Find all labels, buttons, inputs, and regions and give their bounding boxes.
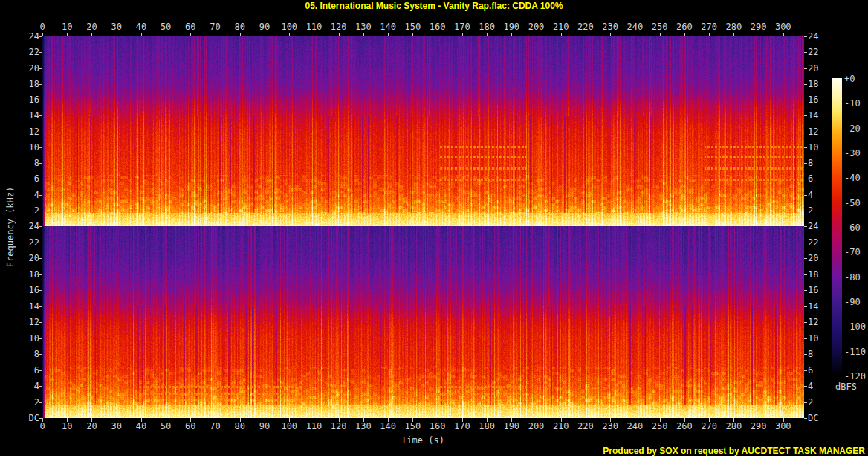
colorbar-tick-label: -70 xyxy=(844,248,861,257)
time-tick-mark-top xyxy=(388,33,389,36)
time-tick-mark-top xyxy=(660,33,661,36)
time-tick-label-top: 100 xyxy=(281,22,297,31)
time-tick-label-top: 260 xyxy=(676,22,693,31)
time-tick-mark-bottom xyxy=(511,418,512,422)
freq-tick-label-left: 24 xyxy=(29,222,39,231)
time-tick-mark-top xyxy=(610,33,611,36)
freq-tick-label-left: 8 xyxy=(34,350,39,359)
freq-tick-mark-left xyxy=(39,354,42,355)
freq-tick-label-left: 10 xyxy=(29,334,39,343)
time-tick-label-bottom: 130 xyxy=(355,422,372,431)
time-tick-mark-bottom xyxy=(759,418,760,422)
freq-tick-label-left: 6 xyxy=(34,366,39,375)
time-tick-label-top: 60 xyxy=(185,22,195,31)
freq-tick-mark-left xyxy=(39,195,42,196)
freq-tick-mark-left xyxy=(39,68,42,69)
freq-tick-mark-left xyxy=(39,386,42,387)
time-tick-mark-top xyxy=(265,33,265,36)
freq-tick-mark-left xyxy=(39,147,42,148)
freq-tick-mark-right xyxy=(804,418,807,419)
freq-tick-mark-right xyxy=(804,386,807,387)
time-tick-label-top: 0 xyxy=(39,22,45,31)
time-tick-label-bottom: 260 xyxy=(676,422,693,431)
freq-tick-mark-right xyxy=(804,402,807,403)
freq-tick-mark-left xyxy=(39,211,42,211)
time-tick-label-top: 270 xyxy=(701,22,717,31)
freq-tick-mark-left xyxy=(39,290,42,291)
freq-tick-mark-left xyxy=(39,100,42,100)
freq-tick-mark-left xyxy=(39,36,42,37)
freq-tick-label-left: 2 xyxy=(34,206,39,215)
time-tick-label-top: 110 xyxy=(306,22,323,31)
freq-tick-label-right: 14 xyxy=(808,302,818,311)
time-tick-label-bottom: 290 xyxy=(751,422,767,431)
time-tick-mark-bottom xyxy=(240,418,241,422)
time-tick-label-bottom: 120 xyxy=(331,422,347,431)
time-tick-label-top: 280 xyxy=(725,22,742,31)
time-tick-label-top: 250 xyxy=(652,22,668,31)
freq-tick-mark-right xyxy=(804,258,807,259)
time-tick-mark-top xyxy=(511,33,512,36)
freq-tick-label-right: 8 xyxy=(808,350,813,359)
freq-tick-label-left: 20 xyxy=(29,254,39,263)
freq-tick-label-right: 20 xyxy=(808,64,818,73)
freq-tick-mark-left xyxy=(39,306,42,307)
time-tick-mark-bottom xyxy=(438,418,438,422)
freq-tick-label-left: 4 xyxy=(34,190,39,199)
freq-tick-label-left: 4 xyxy=(34,382,39,391)
time-tick-mark-bottom xyxy=(339,418,340,422)
colorbar-tick-label: -50 xyxy=(844,199,861,208)
freq-tick-label-right: 6 xyxy=(808,174,813,183)
colorbar-tick-label: -120 xyxy=(844,372,866,381)
freq-tick-mark-right xyxy=(804,132,807,132)
freq-tick-mark-left xyxy=(39,322,42,323)
time-tick-mark-bottom xyxy=(561,418,562,422)
time-tick-mark-top xyxy=(709,33,710,36)
freq-tick-mark-left xyxy=(39,338,42,339)
time-tick-label-bottom: 10 xyxy=(62,422,72,431)
time-tick-mark-bottom xyxy=(141,418,142,422)
colorbar-tick-label: -40 xyxy=(844,173,861,182)
freq-tick-mark-right xyxy=(804,195,807,196)
time-tick-label-bottom: 70 xyxy=(210,422,220,431)
time-tick-label-top: 230 xyxy=(602,22,618,31)
freq-tick-label-right: 14 xyxy=(808,111,818,120)
time-tick-label-bottom: 210 xyxy=(553,422,569,431)
freq-tick-label-right: 2 xyxy=(808,206,813,215)
time-tick-mark-top xyxy=(783,33,784,36)
colorbar-units: dBFS xyxy=(835,382,857,392)
time-tick-label-top: 80 xyxy=(235,22,245,31)
time-tick-label-bottom: 270 xyxy=(701,422,717,431)
time-tick-label-top: 220 xyxy=(577,22,594,31)
freq-tick-mark-left xyxy=(39,132,42,132)
freq-tick-label-left: 14 xyxy=(29,111,39,120)
time-tick-mark-top xyxy=(216,33,216,36)
freq-tick-label-left: 24 xyxy=(29,32,39,41)
time-tick-mark-top xyxy=(42,33,43,36)
freq-tick-label-right: 16 xyxy=(808,286,818,295)
freq-tick-label-right: 20 xyxy=(808,254,818,263)
time-tick-label-top: 140 xyxy=(380,22,396,31)
time-tick-label-top: 210 xyxy=(553,22,569,31)
spectrogram-left-channel xyxy=(42,36,804,226)
freq-tick-label-right: 4 xyxy=(808,382,813,391)
time-tick-label-top: 130 xyxy=(355,22,372,31)
colorbar-tick-label: -80 xyxy=(844,273,861,282)
page-title: 05. International Music System - Vanity … xyxy=(0,1,868,11)
freq-tick-mark-left xyxy=(39,115,42,116)
time-tick-label-top: 170 xyxy=(454,22,470,31)
freq-tick-mark-left xyxy=(39,163,42,164)
time-tick-label-bottom: 150 xyxy=(405,422,421,431)
time-tick-label-bottom: 300 xyxy=(775,422,791,431)
freq-tick-label-right: 12 xyxy=(808,127,818,136)
time-tick-label-top: 160 xyxy=(430,22,446,31)
time-tick-label-bottom: 230 xyxy=(602,422,618,431)
freq-tick-label-right: 18 xyxy=(808,270,818,279)
freq-tick-label-right: 4 xyxy=(808,190,813,199)
time-tick-label-top: 150 xyxy=(405,22,421,31)
time-tick-label-bottom: 170 xyxy=(454,422,470,431)
time-tick-label-top: 40 xyxy=(136,22,146,31)
freq-tick-mark-left xyxy=(39,274,42,275)
freq-tick-mark-right xyxy=(804,52,807,53)
time-tick-mark-bottom xyxy=(610,418,611,422)
